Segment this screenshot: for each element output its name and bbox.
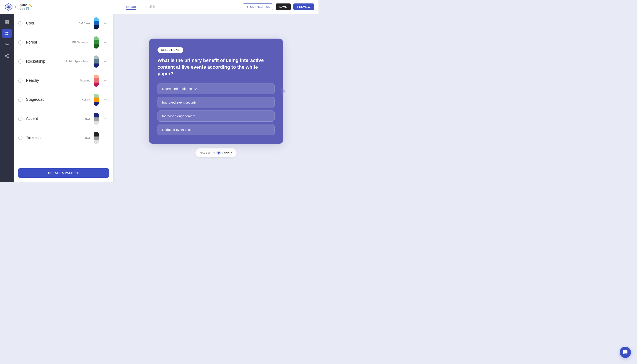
- quiz-option-3[interactable]: Increased engagement: [158, 110, 274, 122]
- palette-more-stagecoach[interactable]: ···: [102, 96, 109, 103]
- quiz-option-2[interactable]: Improved event security: [158, 97, 274, 108]
- palette-swatch-rocketship: [94, 56, 99, 68]
- svg-point-12: [8, 54, 9, 55]
- pencil-icon[interactable]: ✏️: [28, 4, 32, 7]
- palette-name-accent: Accent: [26, 116, 67, 121]
- info-icon[interactable]: ℹ️: [26, 7, 29, 10]
- palette-swatch-peachy: [94, 74, 99, 87]
- palette-font-rocketship: Rubik, Space Mono: [66, 60, 90, 63]
- back-arrow[interactable]: ‹: [15, 4, 16, 9]
- app-logo: [4, 2, 13, 11]
- palette-panel: Cool DM Sans ··· Forest EB Garamond ··· …: [14, 14, 114, 182]
- palette-item-timeless[interactable]: Timeless Inter ···: [14, 128, 113, 147]
- palette-more-timeless[interactable]: ···: [102, 134, 109, 141]
- tab-publish[interactable]: Publish: [144, 4, 155, 10]
- palette-item-stagecoach[interactable]: Stagecoach Rokkitt ···: [14, 90, 113, 109]
- share-icon: [5, 54, 9, 58]
- quiz-badge: SELECT ONE: [158, 47, 183, 53]
- sidebar-item-share[interactable]: [2, 51, 12, 61]
- palette-radio-forest[interactable]: [18, 40, 22, 45]
- palette-more-peachy[interactable]: ···: [102, 77, 109, 84]
- palette-swatch-accent: [94, 113, 99, 125]
- palette-swatch-cool: [94, 17, 99, 30]
- palette-item-forest[interactable]: Forest EB Garamond ···: [14, 33, 113, 52]
- riddle-logo: Riddle: [216, 150, 232, 155]
- sidebar-nav: [0, 14, 14, 182]
- next-arrow[interactable]: [277, 85, 290, 98]
- palette-radio-rocketship[interactable]: [18, 59, 22, 64]
- svg-point-13: [6, 56, 6, 56]
- palette-more-accent[interactable]: ···: [102, 116, 109, 122]
- main-layout: Cool DM Sans ··· Forest EB Garamond ··· …: [0, 14, 318, 182]
- palette-swatch-timeless: [94, 132, 99, 144]
- palette-font-forest: EB Garamond: [71, 41, 90, 44]
- svg-point-19: [218, 152, 220, 154]
- sparkle-icon: [246, 6, 249, 8]
- svg-point-11: [6, 44, 8, 45]
- palette-radio-accent[interactable]: [18, 116, 22, 121]
- palette-font-peachy: Poppins: [71, 79, 90, 82]
- sidebar-item-grid[interactable]: [2, 17, 12, 27]
- palette-item-accent[interactable]: Accent Inter ···: [14, 109, 113, 128]
- logo-area: ‹: [4, 2, 16, 11]
- svg-marker-17: [282, 88, 286, 95]
- palette-font-stagecoach: Rokkitt: [71, 98, 90, 101]
- palette-swatch-stagecoach: [94, 94, 99, 106]
- made-with-label: MADE WITH: [200, 151, 215, 154]
- topnav-actions: GET HELP ⌘K SAVE PREVIEW: [243, 4, 314, 10]
- quiz-question: What is the primary benefit of using int…: [158, 57, 274, 77]
- palette-radio-cool[interactable]: [18, 21, 22, 26]
- svg-rect-5: [6, 22, 7, 24]
- sidebar-item-settings[interactable]: [2, 40, 12, 50]
- pexels-attribution: pexels.com: [144, 119, 146, 131]
- svg-rect-4: [7, 20, 9, 22]
- palette-more-rocketship[interactable]: ···: [102, 58, 109, 64]
- svg-rect-6: [7, 22, 9, 24]
- save-button[interactable]: SAVE: [276, 4, 291, 10]
- riddle-icon: [216, 150, 221, 155]
- svg-line-16: [6, 55, 8, 56]
- svg-point-14: [8, 56, 9, 58]
- grid-icon: [5, 20, 9, 24]
- app-type-label: QUIZ: [20, 4, 27, 7]
- get-help-button[interactable]: GET HELP ⌘K: [243, 4, 273, 10]
- topnav-title: QUIZ ✏️ Quiz ℹ️: [20, 4, 32, 10]
- palette-more-cool[interactable]: ···: [102, 20, 109, 26]
- svg-line-15: [6, 56, 8, 57]
- topnav: ‹ QUIZ ✏️ Quiz ℹ️ Create Publish GET HEL…: [0, 0, 318, 14]
- palette-more-forest[interactable]: ···: [102, 39, 109, 46]
- palette-name-timeless: Timeless: [26, 136, 67, 140]
- sidebar-item-palette[interactable]: [2, 28, 12, 38]
- palette-font-cool: DM Sans: [71, 22, 90, 25]
- topnav-tabs: Create Publish: [38, 4, 243, 10]
- quiz-option-4[interactable]: Reduced event costs: [158, 124, 274, 135]
- palette-item-rocketship[interactable]: Rocketship Rubik, Space Mono ···: [14, 52, 113, 71]
- palette-item-cool[interactable]: Cool DM Sans ···: [14, 14, 113, 33]
- palette-item-peachy[interactable]: Peachy Poppins ···: [14, 71, 113, 90]
- gear-icon: [5, 42, 9, 47]
- palette-radio-peachy[interactable]: [18, 78, 22, 83]
- quiz-option-1[interactable]: Decreased audience size: [158, 83, 274, 94]
- subtitle-label: Quiz: [20, 7, 25, 10]
- palette-radio-stagecoach[interactable]: [18, 98, 22, 102]
- made-with-badge: MADE WITH Riddle: [196, 148, 237, 157]
- palette-name-rocketship: Rocketship: [26, 59, 62, 64]
- palette-footer: CREATE A PALETTE: [14, 164, 113, 182]
- svg-rect-7: [6, 32, 6, 33]
- svg-rect-8: [6, 34, 6, 35]
- preview-button[interactable]: PREVIEW: [293, 4, 314, 10]
- svg-rect-3: [6, 20, 7, 22]
- palette-name-cool: Cool: [26, 21, 67, 26]
- quiz-card: SELECT ONE What is the primary benefit o…: [149, 38, 283, 144]
- palette-name-peachy: Peachy: [26, 78, 67, 83]
- svg-rect-10: [7, 34, 8, 35]
- tab-create[interactable]: Create: [126, 4, 136, 10]
- riddle-brand: Riddle: [222, 151, 232, 155]
- create-palette-button[interactable]: CREATE A PALETTE: [18, 168, 109, 178]
- palette-font-accent: Inter: [71, 117, 90, 120]
- palette-radio-timeless[interactable]: [18, 136, 22, 140]
- svg-rect-9: [7, 32, 8, 33]
- preview-area: SELECT ONE What is the primary benefit o…: [114, 14, 318, 182]
- palette-name-stagecoach: Stagecoach: [26, 97, 67, 102]
- quiz-options: Decreased audience size Improved event s…: [158, 83, 274, 135]
